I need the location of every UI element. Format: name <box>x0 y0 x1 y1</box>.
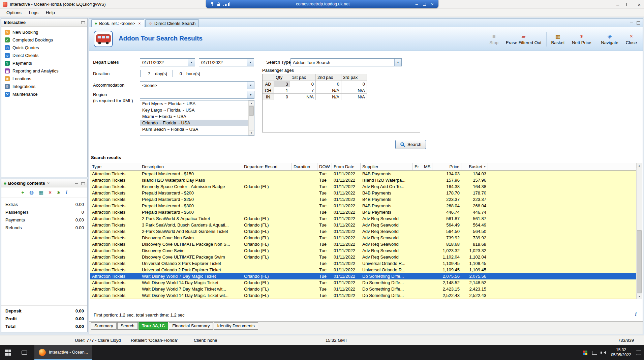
passenger-ages-grid[interactable]: Qty1st pax2nd pax3rd pax AD3000CH17N/AN/… <box>262 74 420 132</box>
pax-cell[interactable]: N/A <box>316 94 341 100</box>
scroll-thumb[interactable] <box>637 230 642 293</box>
sidebar-item-maintenance[interactable]: ⚒Maintenance <box>1 90 87 98</box>
scroll-thumb[interactable] <box>249 106 254 116</box>
dropdown-arrow-icon[interactable]: ▼ <box>247 59 254 66</box>
region-option[interactable]: Palm Beach ~ Florida ~ USA <box>140 126 248 132</box>
results-column-header[interactable]: Er <box>413 163 422 170</box>
results-row[interactable]: Attraction TicketsPrepaid Mastercard - $… <box>90 209 636 215</box>
taskbar-app-button[interactable]: Interactive - Ocean... <box>34 345 92 360</box>
results-row[interactable]: Attraction TicketsKennedy Space Center -… <box>90 183 636 190</box>
dropdown-arrow-icon[interactable]: ▼ <box>247 82 254 89</box>
add-icon[interactable]: + <box>21 190 24 195</box>
results-column-header[interactable]: Duration <box>292 163 317 170</box>
pin-icon[interactable] <box>211 2 214 6</box>
results-row[interactable]: Attraction TicketsDiscovery Cove Non Swi… <box>90 235 636 241</box>
results-row[interactable]: Attraction TicketsDiscovery Cove SwimOrl… <box>90 247 636 254</box>
depart-date-end-select[interactable]: 01/11/2022 ▼ <box>199 58 254 66</box>
palm-icon[interactable]: ∗ <box>57 190 61 195</box>
panel-dock-icon[interactable] <box>81 21 85 24</box>
sidebar-item-integrations[interactable]: ⚙Integrations <box>1 83 87 90</box>
region-option[interactable]: Key Largo ~ Florida ~ USA <box>140 107 248 113</box>
menu-item-help[interactable]: Help <box>42 9 59 16</box>
results-row[interactable]: Attraction TicketsUniversal Orlando 3 Pa… <box>90 260 636 267</box>
pax-cell[interactable]: N/A <box>341 87 367 94</box>
window-minimize-button[interactable]: – <box>616 2 619 7</box>
results-row[interactable]: Attraction TicketsWalt Disney World 14 D… <box>90 279 636 286</box>
info-icon[interactable]: i <box>66 190 67 195</box>
sidebar-item-payments[interactable]: $Payments <box>1 59 87 67</box>
pane-minimize-icon[interactable] <box>630 23 633 23</box>
results-row[interactable]: Attraction TicketsUniversal Orlando 2 Pa… <box>90 267 636 273</box>
sidebar-item-reporting-and-analytics[interactable]: ▅Reporting and Analytics <box>1 67 87 75</box>
region-option[interactable]: Miami ~ Florida ~ USA <box>140 113 248 120</box>
task-view-button[interactable] <box>16 345 32 360</box>
scroll-up-icon[interactable]: ▲ <box>637 163 642 168</box>
bottom-tab-financial-summary[interactable]: Financial Summary <box>169 322 213 330</box>
navigate-button[interactable]: ◈Navigate <box>597 33 622 45</box>
pax-cell[interactable]: 3 <box>274 81 290 87</box>
bottom-tab-summary[interactable]: Summary <box>91 322 117 330</box>
results-row[interactable]: Attraction TicketsDiscovery Cove ULTIMAT… <box>90 254 636 260</box>
results-column-header[interactable]: Departure Resort <box>242 163 292 170</box>
results-scrollbar[interactable]: ▲ ▼ <box>636 163 642 299</box>
dropdown-arrow-icon[interactable]: ▼ <box>247 91 254 98</box>
rdp-close-button[interactable]: × <box>431 2 434 6</box>
depart-date-start-select[interactable]: 01/11/2022 ▼ <box>140 58 195 66</box>
notification-icon[interactable] <box>636 351 641 355</box>
scroll-up-icon[interactable]: ▲ <box>249 100 254 106</box>
results-row[interactable]: Attraction TicketsWalt Disney World 14 D… <box>90 292 636 299</box>
pax-row-header[interactable]: AD <box>263 81 274 87</box>
region-option[interactable]: Fort Myers ~ Florida ~ USA <box>140 100 248 107</box>
start-button[interactable] <box>0 345 16 360</box>
duration-days-input[interactable]: 7 <box>140 70 152 77</box>
pax-cell[interactable]: 0 <box>341 81 367 87</box>
results-column-header[interactable]: Basket▼ <box>461 163 488 170</box>
pane-restore-icon[interactable] <box>637 21 640 25</box>
region-option[interactable]: Orlando ~ Florida ~ USA <box>140 120 248 126</box>
globe-icon[interactable]: ◍ <box>29 190 34 195</box>
dropdown-arrow-icon[interactable]: ▼ <box>394 59 401 66</box>
pax-cell[interactable]: N/A <box>290 94 316 100</box>
results-column-header[interactable]: From Date <box>332 163 361 170</box>
pax-row-header[interactable]: CH <box>263 87 274 94</box>
nett-price-button[interactable]: ∗Nett Price <box>568 33 595 45</box>
search-button[interactable]: Search <box>395 140 426 149</box>
doc-tab-book-ref-none[interactable]: ♣Book. ref.: <none>× <box>91 19 144 27</box>
doc-tab-direct-clients-search[interactable]: ☺Direct Clients Search <box>145 19 199 27</box>
basket-button[interactable]: ▦Basket <box>548 33 569 45</box>
bottom-tab-tour-3a-1c[interactable]: Tour 3A,1C <box>139 322 168 330</box>
sidebar-item-quick-quotes[interactable]: ◷Quick Quotes <box>1 44 87 52</box>
sidebar-item-locations[interactable]: ◉Locations <box>1 75 87 83</box>
sidebar-item-new-booking[interactable]: ☀New Booking <box>1 28 87 36</box>
results-column-header[interactable]: Price <box>432 163 461 170</box>
results-row[interactable]: Attraction TicketsPrepaid Mastercard - $… <box>90 203 636 209</box>
tray-grid-icon[interactable] <box>583 351 587 355</box>
results-column-header[interactable]: Supplier <box>361 163 413 170</box>
panel-close-icon[interactable]: × <box>47 181 50 186</box>
menu-item-logs[interactable]: Logs <box>25 9 42 16</box>
pax-cell[interactable]: 0 <box>290 81 316 87</box>
results-row[interactable]: Attraction TicketsDiscovery Cove ULTIMAT… <box>90 241 636 247</box>
region-select[interactable]: ▼ <box>140 91 254 99</box>
duration-hours-input[interactable]: 0 <box>173 70 184 77</box>
results-row[interactable]: Attraction TicketsWalt Disney World 7 Da… <box>90 273 636 279</box>
network-icon[interactable] <box>592 351 597 355</box>
results-row[interactable]: Attraction TicketsPrepaid Mastercard - $… <box>90 190 636 196</box>
sort-filter-icon[interactable]: ▼ <box>484 166 486 168</box>
window-maximize-button[interactable] <box>626 3 630 6</box>
volume-icon[interactable] <box>602 351 606 354</box>
window-close-button[interactable]: × <box>638 2 641 7</box>
panel-restore-icon[interactable] <box>81 182 85 185</box>
tab-close-icon[interactable]: × <box>138 21 141 26</box>
results-row[interactable]: Attraction Tickets3 Park SeaWorld, Busch… <box>90 222 636 228</box>
menu-item-options[interactable]: Options <box>3 9 25 16</box>
info-icon[interactable]: i <box>635 311 637 317</box>
close-button[interactable]: ×Close <box>622 33 641 45</box>
scroll-down-icon[interactable]: ▼ <box>249 130 254 136</box>
bottom-tab-identity-documents[interactable]: Identity Documents <box>214 322 258 330</box>
pax-cell[interactable]: 0 <box>274 94 290 100</box>
panel-minimize-icon[interactable] <box>75 183 78 184</box>
results-row[interactable]: Attraction TicketsWalt Disney World 7 Da… <box>90 286 636 292</box>
results-row[interactable]: Attraction TicketsIsland H2O Waterpark D… <box>90 177 636 183</box>
dropdown-arrow-icon[interactable]: ▼ <box>188 59 195 66</box>
